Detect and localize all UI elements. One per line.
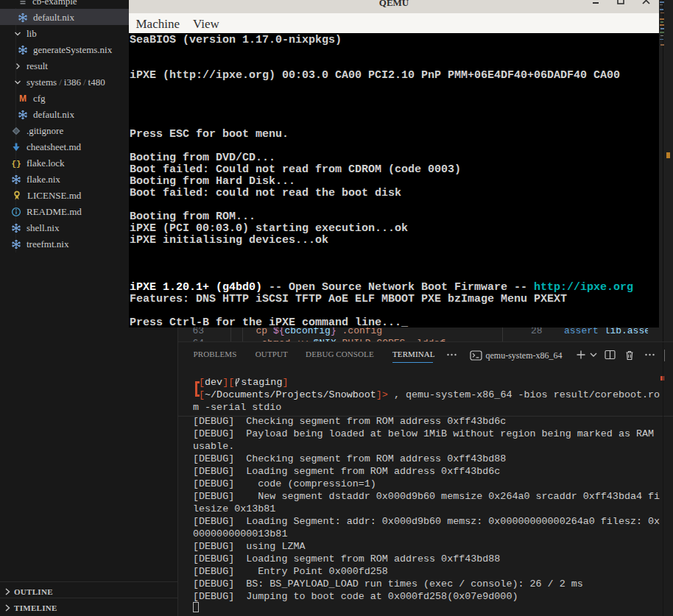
svg-text:{}: {} <box>11 160 21 169</box>
svg-text:M: M <box>19 93 27 104</box>
